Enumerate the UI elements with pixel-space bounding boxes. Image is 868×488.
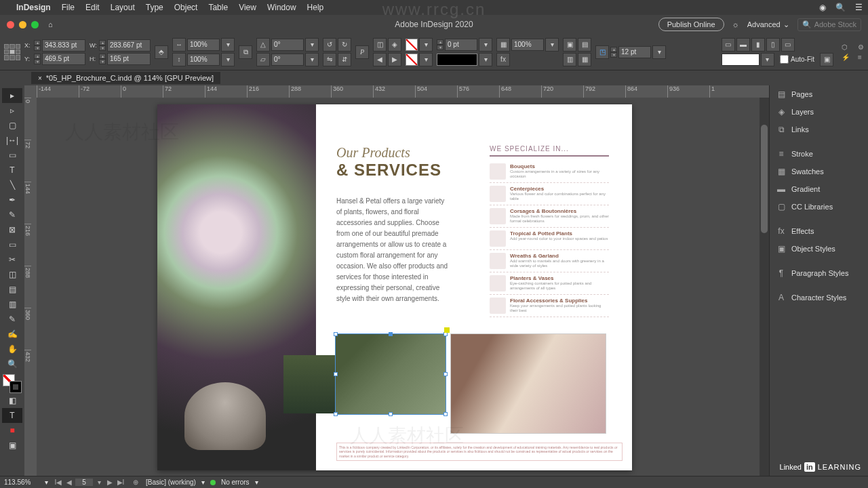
selection-tool[interactable]: ▸	[2, 88, 22, 103]
stroke-style-select[interactable]	[437, 54, 477, 66]
eyedropper-tool[interactable]: ✍	[2, 327, 22, 342]
fill-stroke-proxy[interactable]	[3, 374, 22, 393]
screen-mode-icon[interactable]: ▣	[2, 438, 22, 453]
center-content-icon[interactable]: ▯	[766, 38, 780, 52]
menu-type[interactable]: Type	[146, 3, 163, 12]
last-page-button[interactable]: ▶I	[116, 479, 125, 486]
photo-frame-right[interactable]	[450, 333, 606, 434]
fit-frame-icon[interactable]: ▭	[722, 38, 735, 52]
y-position-input[interactable]	[42, 53, 85, 65]
layers-panel-tab[interactable]: ◈Layers	[770, 103, 868, 121]
rotate-cw-icon[interactable]: ↻	[338, 38, 351, 52]
adobe-stock-search[interactable]: 🔍 Adobe Stock	[797, 18, 861, 31]
dropdown-icon[interactable]: ▾	[305, 38, 319, 52]
menu-edit[interactable]: Edit	[85, 3, 100, 12]
resize-handle[interactable]	[334, 372, 338, 376]
prev-page-button[interactable]: ◀	[64, 479, 74, 486]
shear-input[interactable]	[271, 54, 304, 66]
opacity-input[interactable]	[511, 39, 544, 51]
menu-file[interactable]: File	[62, 3, 75, 12]
line-tool[interactable]: ╲	[2, 178, 22, 192]
publish-online-button[interactable]: Publish Online	[658, 18, 724, 31]
spotlight-search-icon[interactable]: 🔍	[835, 3, 846, 12]
fit-prop-icon[interactable]: ▭	[781, 38, 795, 52]
menu-view[interactable]: View	[239, 3, 256, 12]
reference-point-proxy[interactable]	[4, 44, 20, 60]
vertical-ruler[interactable]: 072144216288360432	[24, 98, 37, 476]
free-transform-tool[interactable]: ◫	[2, 267, 22, 282]
close-window-button[interactable]	[7, 21, 14, 28]
rotate-ccw-icon[interactable]: ↺	[323, 38, 336, 52]
wrap-none-icon[interactable]: ▣	[563, 38, 576, 52]
formatting-container-icon[interactable]: T	[2, 408, 22, 423]
chevron-down-icon[interactable]: ▾	[45, 479, 48, 486]
gear-icon[interactable]: ⚙	[858, 43, 864, 51]
ruler-origin[interactable]	[24, 85, 37, 98]
stroke-panel-tab[interactable]: ≡Stroke	[770, 145, 868, 163]
select-prev-icon[interactable]: ◀	[373, 53, 387, 66]
bridge-icon[interactable]: ⬡	[842, 43, 850, 51]
dropdown-icon[interactable]: ▾	[479, 38, 492, 52]
page-number-input[interactable]: 5	[75, 479, 93, 486]
workspace-switcher[interactable]: Advanced⌄	[747, 20, 789, 29]
page-tool[interactable]: ▢	[2, 118, 22, 133]
object-style-select[interactable]	[722, 54, 760, 66]
page-left[interactable]	[157, 104, 316, 470]
zoom-level[interactable]: 113.56%	[4, 479, 39, 486]
menu-object[interactable]: Object	[174, 3, 198, 12]
constrain-proportions-icon[interactable]: ⬘	[155, 45, 168, 59]
page-dropdown-icon[interactable]: ▾	[94, 479, 104, 486]
dropdown-icon[interactable]: ▾	[652, 45, 666, 59]
dropdown-icon[interactable]: ▾	[221, 38, 235, 52]
effects-icon[interactable]: fx	[496, 53, 510, 66]
specialize-frame[interactable]: WE SPECIALIZE IN... BouquetsCustom arran…	[490, 145, 609, 317]
resize-handle[interactable]	[389, 332, 393, 336]
menu-layout[interactable]: Layout	[111, 3, 135, 12]
document-canvas[interactable]: -144-72072144216288360432504576648720792…	[24, 85, 769, 476]
open-docs-icon[interactable]: ⊕	[131, 479, 140, 486]
footer-disclaimer[interactable]: This is a fictitious company created by …	[336, 443, 623, 462]
dropdown-icon[interactable]: ▾	[221, 53, 235, 66]
scale-x-input[interactable]	[187, 39, 220, 51]
scroll-thumb[interactable]	[761, 125, 768, 233]
selected-image-frame[interactable]	[335, 333, 446, 415]
stroke-swatch[interactable]	[406, 54, 418, 66]
body-text-frame[interactable]: Hansel & Petal offers a large variety of…	[336, 196, 452, 304]
preflight-errors[interactable]: No errors	[221, 479, 250, 486]
hand-tool[interactable]: ✋	[2, 342, 22, 357]
direct-selection-tool[interactable]: ▹	[2, 103, 22, 118]
chevron-down-icon[interactable]: ▾	[255, 479, 258, 486]
fill-swatch[interactable]	[406, 39, 418, 51]
height-input[interactable]	[107, 53, 151, 65]
dropdown-icon[interactable]: ▾	[761, 53, 774, 66]
live-corner-handle[interactable]	[444, 327, 450, 333]
cc-libraries-panel-tab[interactable]: ▢CC Libraries	[770, 198, 868, 216]
wrap-shape-icon[interactable]: ▥	[563, 53, 576, 66]
corner-options-icon[interactable]: ◳	[595, 45, 609, 59]
cc-sync-icon[interactable]: ◉	[819, 3, 826, 12]
chevron-down-icon[interactable]: ▾	[201, 479, 205, 486]
document-tab[interactable]: × *05_HP_Brochure_C.indd @ 114% [GPU Pre…	[31, 72, 220, 84]
pen-tool[interactable]: ✒	[2, 192, 22, 207]
preflight-profile[interactable]: [Basic] (working)	[146, 479, 196, 486]
tips-icon[interactable]: ☼	[732, 20, 739, 28]
content-collector-tool[interactable]: ▭	[2, 148, 22, 163]
quick-apply-icon[interactable]: ⚡	[842, 54, 850, 61]
dropdown-icon[interactable]: ▾	[305, 53, 319, 66]
flip-h-icon[interactable]: ⇋	[323, 53, 336, 66]
scissors-tool[interactable]: ✂	[2, 252, 22, 267]
rectangle-frame-tool[interactable]: ⊠	[2, 222, 22, 237]
gap-input[interactable]	[618, 46, 651, 58]
menu-window[interactable]: Window	[267, 3, 296, 12]
select-content-icon[interactable]: ◈	[388, 38, 401, 52]
pencil-tool[interactable]: ✎	[2, 207, 22, 222]
document-spread[interactable]: Our Products & SERVICES Hansel & Petal o…	[157, 104, 632, 470]
paragraph-styles-panel-tab[interactable]: ¶Paragraph Styles	[770, 264, 868, 282]
panel-menu-icon[interactable]: ≡	[858, 54, 864, 61]
links-panel-tab[interactable]: ⧉Links	[770, 121, 868, 138]
rotate-input[interactable]	[271, 39, 304, 51]
default-fill-stroke-icon[interactable]: ◧	[2, 393, 22, 408]
small-photo-frame[interactable]	[283, 355, 335, 413]
resize-handle[interactable]	[334, 412, 338, 416]
rectangle-tool[interactable]: ▭	[2, 237, 22, 252]
